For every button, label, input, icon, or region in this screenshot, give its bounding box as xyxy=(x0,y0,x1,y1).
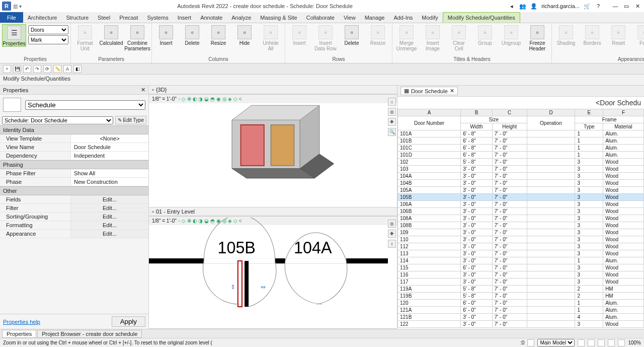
menu-tab-annotate[interactable]: Annotate xyxy=(196,12,227,23)
table-row[interactable]: 1025' - 8"7' - 0"3Wood xyxy=(398,159,644,166)
menu-tab-modify-schedule-quantities[interactable]: Modify Schedule/Quantities xyxy=(443,12,520,23)
qat-text-icon[interactable]: A xyxy=(63,65,71,73)
qat-save-icon[interactable]: 💾 xyxy=(13,65,21,73)
info-icon[interactable]: ◂ xyxy=(508,3,515,10)
table-row[interactable]: 119A5' - 8"7' - 0"2HM xyxy=(398,286,644,293)
table-row[interactable]: 108B3' - 0"7' - 0"3Wood xyxy=(398,222,644,229)
table-row[interactable]: 104A3' - 0"7' - 0"3Wood xyxy=(398,173,644,180)
menu-tab-view[interactable]: View xyxy=(339,12,360,23)
category-select[interactable]: Doors xyxy=(28,25,68,34)
col-B[interactable]: B xyxy=(461,109,493,116)
table-row[interactable]: 105B3' - 0"7' - 0"3Wood xyxy=(398,194,644,201)
table-row[interactable]: 1173' - 0"7' - 0"3Wood xyxy=(398,279,644,286)
ribbon-delete-button[interactable]: ▫Delete xyxy=(180,24,204,46)
head-size[interactable]: Size xyxy=(461,116,527,123)
minimize-button[interactable]: — xyxy=(611,3,620,10)
head-width[interactable]: Width xyxy=(461,123,493,130)
table-row[interactable]: 121A6' - 0"7' - 0"1Alum. xyxy=(398,307,644,314)
schedule-tab[interactable]: ▦ Door Schedule ✕ xyxy=(400,87,458,95)
col-F[interactable]: F xyxy=(603,109,644,116)
table-row[interactable]: 101B6' - 8"7' - 0"1Alum. xyxy=(398,137,644,145)
ribbon-freeze-header-button[interactable]: ▫FreezeHeader xyxy=(525,24,549,51)
menu-tab-architecture[interactable]: Architecture xyxy=(23,12,62,23)
qat-undo-icon[interactable]: ↶ xyxy=(23,65,31,73)
ribbon-combine-parameters-button[interactable]: ▫CombineParameters xyxy=(125,24,149,51)
menu-tab-massing-site[interactable]: Massing & Site xyxy=(256,12,301,23)
bottom-tab-properties[interactable]: Properties xyxy=(2,330,36,338)
table-row[interactable]: 101D6' - 8"7' - 0"1Alum. xyxy=(398,152,644,159)
head-frame[interactable]: Frame xyxy=(575,116,644,123)
table-row[interactable]: 1156' - 0"7' - 0"3Wood xyxy=(398,264,644,271)
table-row[interactable]: 104B3' - 0"7' - 0"3Wood xyxy=(398,180,644,187)
table-row[interactable]: 105A3' - 0"7' - 0"3Wood xyxy=(398,187,644,194)
table-row[interactable]: 101C6' - 8"7' - 0"1Alum. xyxy=(398,145,644,152)
menu-tab-steel[interactable]: Steel xyxy=(93,12,115,23)
table-row[interactable]: 121B3' - 0"7' - 0"4Alum. xyxy=(398,314,644,321)
close-button[interactable]: ✕ xyxy=(633,3,642,10)
zoom-icon[interactable]: 🔍 xyxy=(388,128,396,136)
menu-tab-precast[interactable]: Precast xyxy=(115,12,142,23)
user-icon[interactable]: 👤 xyxy=(530,3,537,10)
apply-button[interactable]: Apply xyxy=(112,316,145,327)
ribbon-delete-button[interactable]: ▫Delete xyxy=(340,24,364,46)
menu-tab-add-ins[interactable]: Add-Ins xyxy=(389,12,417,23)
qat-measure-icon[interactable]: 📏 xyxy=(53,65,61,73)
edit-type-button[interactable]: ✎ Edit Type xyxy=(115,116,146,124)
menu-tab-manage[interactable]: Manage xyxy=(360,12,389,23)
st-ic-2[interactable] xyxy=(588,339,595,346)
file-tab[interactable]: File xyxy=(0,12,23,23)
col-E[interactable]: E xyxy=(575,109,603,116)
qat-sync-icon[interactable]: ⟳ xyxy=(43,65,51,73)
ribbon-resize-button[interactable]: ▫Resize xyxy=(206,24,230,46)
props-cat-other[interactable]: Other xyxy=(0,186,148,195)
view-3d-canvas[interactable] xyxy=(149,96,388,198)
field-select[interactable]: Mark xyxy=(28,35,68,44)
orbit-icon[interactable]: ⌂ xyxy=(388,98,396,106)
menu-tab-modify[interactable]: Modify xyxy=(417,12,442,23)
wheel-icon[interactable]: ◎ xyxy=(388,108,396,116)
table-row[interactable]: 1123' - 0"7' - 0"3Wood xyxy=(398,243,644,250)
properties-button[interactable]: ☰ Properties xyxy=(2,24,26,47)
table-row[interactable]: 1163' - 0"7' - 0"3Wood xyxy=(398,271,644,279)
table-row[interactable]: 1223' - 0"7' - 0"3Wood xyxy=(398,321,644,328)
view-3d[interactable]: ▫{3D} ⌂ ◎ ✥ 🔍 xyxy=(149,86,397,207)
schedule-tab-close-icon[interactable]: ✕ xyxy=(450,88,454,94)
plan-wheel-icon[interactable]: ◎ xyxy=(388,220,396,228)
table-row[interactable]: 101A6' - 8"7' - 0"1Alum. xyxy=(398,130,644,137)
ribbon-calculated-button[interactable]: ▫Calculated xyxy=(99,24,123,46)
menu-tab-structure[interactable]: Structure xyxy=(61,12,93,23)
ribbon-insert-button[interactable]: ▫Insert xyxy=(154,24,178,46)
bottom-tab-project-browser[interactable]: Project Browser - create door schedule xyxy=(37,330,142,338)
properties-close-icon[interactable]: ✕ xyxy=(141,87,145,93)
table-row[interactable]: 119B5' - 8"7' - 0"2HM xyxy=(398,293,644,300)
view-plan-canvas[interactable]: 105B 104A ⇕ ⇔ xyxy=(149,218,388,320)
type-selector[interactable]: Schedule xyxy=(25,100,145,110)
table-row[interactable]: 1133' - 0"7' - 0"3Wood xyxy=(398,250,644,257)
table-row[interactable]: 1206' - 0"7' - 0"1Alum. xyxy=(398,300,644,307)
head-type[interactable]: Type xyxy=(575,123,603,130)
help-icon[interactable]: ? xyxy=(595,3,602,10)
menu-tab-systems[interactable]: Systems xyxy=(142,12,173,23)
head-door-number[interactable]: Door Number xyxy=(398,116,461,130)
head-material[interactable]: Material xyxy=(603,123,644,130)
table-row[interactable]: 108A3' - 0"7' - 0"3Wood xyxy=(398,215,644,222)
view-plan[interactable]: ▫01 - Entry Level 105B 104A ⇕ xyxy=(149,207,397,329)
col-D[interactable]: D xyxy=(527,109,575,116)
schedule-grid[interactable]: ABCDEFDoor NumberSizeOperationFrameWidth… xyxy=(397,109,644,329)
qat-section-icon[interactable]: ◧ xyxy=(73,65,82,73)
table-row[interactable]: 1033' - 0"7' - 0"3Wood xyxy=(398,166,644,173)
table-row[interactable]: 1103' - 0"7' - 0"3Wood xyxy=(398,236,644,243)
ribbon-hide-button[interactable]: ▫Hide xyxy=(232,24,257,46)
menu-tab-analyze[interactable]: Analyze xyxy=(227,12,256,23)
pan-icon[interactable]: ✥ xyxy=(388,118,396,126)
qat-mini[interactable]: ▥ ▾ xyxy=(13,4,22,9)
plan-pan-icon[interactable]: ✥ xyxy=(388,230,396,238)
table-row[interactable]: 106B3' - 0"7' - 0"3Wood xyxy=(398,208,644,215)
cart-icon[interactable]: 🛒 xyxy=(584,3,591,10)
head-height[interactable]: Height xyxy=(492,123,527,130)
table-row[interactable]: 106A3' - 0"7' - 0"3Wood xyxy=(398,201,644,208)
st-ic-5[interactable] xyxy=(618,339,625,346)
status-zoom[interactable]: 100% xyxy=(628,340,641,345)
properties-help-link[interactable]: Properties help xyxy=(3,319,40,325)
st-ic-3[interactable] xyxy=(598,339,605,346)
